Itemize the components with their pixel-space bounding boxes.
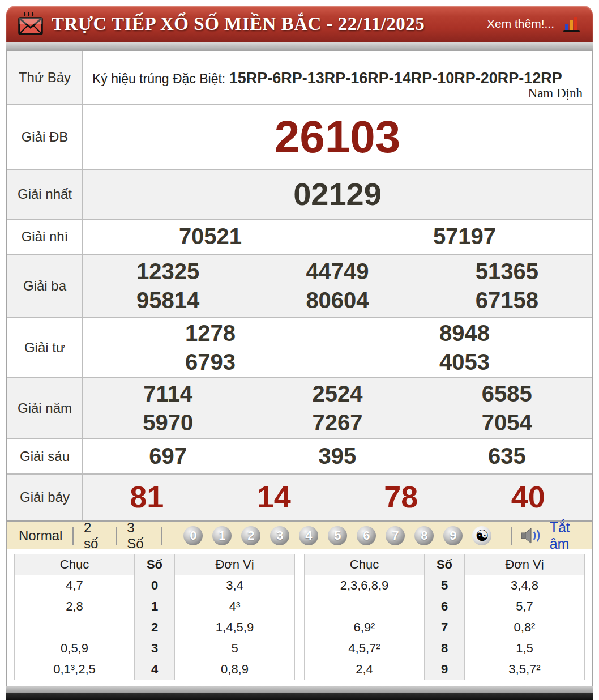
table-row: 0,1³,2,5 4 0,8,9 <box>15 659 295 680</box>
chuc-cell: 2,4 <box>305 659 425 680</box>
row-third-prize: Giải ba 12325 44749 51365 95814 80604 67… <box>7 254 592 317</box>
mode-2so-button[interactable]: 2 số <box>82 520 108 552</box>
row-special-prize: Giải ĐB 26103 <box>7 104 592 169</box>
prize-number: 40 <box>465 477 592 517</box>
province-label: Nam Định <box>528 86 583 101</box>
footer-bar <box>6 693 593 700</box>
prize-number: 6585 <box>422 379 592 408</box>
donvi-cell: 0,8,9 <box>175 659 295 680</box>
speaker-icon <box>520 527 544 544</box>
see-more-link[interactable]: Xem thêm!... <box>487 17 554 31</box>
so-cell: 1 <box>135 596 175 617</box>
separator <box>72 527 74 545</box>
prize-number: 70521 <box>83 222 337 251</box>
prize-number: 51365 <box>422 257 592 286</box>
ball-2[interactable]: 2 <box>241 526 260 545</box>
column-header-so: Số <box>135 554 175 575</box>
table-row: 6 5,7 <box>305 596 585 617</box>
ball-3[interactable]: 3 <box>270 526 289 545</box>
mode-normal-button[interactable]: Normal <box>16 528 65 544</box>
ball-4[interactable]: 4 <box>299 526 318 545</box>
prize-number: 8948 <box>337 319 592 348</box>
chuc-cell: 2,8 <box>15 596 135 617</box>
row-sixth-prize: Giải sáu 697 395 635 <box>7 438 592 473</box>
so-cell: 8 <box>425 638 465 659</box>
so-cell: 7 <box>425 617 465 638</box>
donvi-cell: 1,4,5,9 <box>175 617 295 638</box>
column-header-donvi: Đơn Vị <box>175 554 295 575</box>
so-cell: 3 <box>135 638 175 659</box>
mode-3so-button[interactable]: 3 Số <box>125 520 153 552</box>
column-header-so: Số <box>425 554 465 575</box>
row-fifth-prize: Giải năm 7114 2524 6585 5970 7267 7054 <box>7 377 592 438</box>
prize-number: 81 <box>83 477 211 517</box>
stats-table-left: Chục Số Đơn Vị 4,7 0 3,4 2,8 1 4³ 2 1,4,… <box>14 554 295 680</box>
prize-label: Giải ba <box>7 255 83 317</box>
table-row: 6,9² 7 0,8² <box>305 617 585 638</box>
chuc-cell <box>305 596 425 617</box>
lottery-widget: TRỰC TIẾP XỔ SỐ MIỀN BẮC - 22/11/2025 Xe… <box>6 6 593 700</box>
prize-number: 26103 <box>83 112 592 162</box>
table-row: 2,3,6,8,9 5 3,4,8 <box>305 575 585 596</box>
prize-number: 67158 <box>422 286 592 315</box>
table-row: 0,5,9 3 5 <box>15 638 295 659</box>
row-fourth-prize: Giải tư 1278 8948 6793 4053 <box>7 317 592 377</box>
footer-divider <box>6 686 593 693</box>
special-sign-code: 15RP-6RP-13RP-16RP-14RP-10RP-20RP-12RP <box>229 70 562 87</box>
prize-label: Giải nhất <box>7 170 83 219</box>
prize-number: 5970 <box>83 408 253 437</box>
donvi-cell: 3,4,8 <box>465 575 585 596</box>
column-header-donvi: Đơn Vị <box>465 554 585 575</box>
chuc-cell: 6,9² <box>305 617 425 638</box>
special-sign-text: Ký hiệu trúng Đặc Biệt: 15RP-6RP-13RP-16… <box>83 64 592 92</box>
digit-balls: 0 1 2 3 4 5 6 7 8 9 ☯ <box>179 526 497 545</box>
prize-label: Giải sáu <box>7 439 83 473</box>
envelope-icon <box>18 11 44 36</box>
chuc-cell: 0,5,9 <box>15 638 135 659</box>
prize-number: 57197 <box>337 222 592 251</box>
row-draw-info: Thứ Bảy Ký hiệu trúng Đặc Biệt: 15RP-6RP… <box>7 51 592 104</box>
separator <box>116 527 117 545</box>
ball-8[interactable]: 8 <box>414 526 434 545</box>
prize-label: Giải tư <box>7 318 83 377</box>
chuc-cell: 2,3,6,8,9 <box>305 575 425 596</box>
ball-1[interactable]: 1 <box>212 526 232 545</box>
prize-label: Giải ĐB <box>7 105 83 169</box>
ball-7[interactable]: 7 <box>386 526 405 545</box>
separator <box>161 527 162 545</box>
ball-6[interactable]: 6 <box>357 526 376 545</box>
weekday-label: Thứ Bảy <box>7 51 83 104</box>
chuc-cell: 0,1³,2,5 <box>15 659 135 680</box>
header-bar: TRỰC TIẾP XỔ SỐ MIỀN BẮC - 22/11/2025 Xe… <box>6 6 593 42</box>
prize-number: 1278 <box>83 319 337 348</box>
donvi-cell: 5,7 <box>465 596 585 617</box>
row-second-prize: Giải nhì 70521 57197 <box>7 219 592 254</box>
donvi-cell: 1,5 <box>465 638 585 659</box>
so-cell: 0 <box>135 575 175 596</box>
chuc-cell: 4,7 <box>15 575 135 596</box>
prize-number: 95814 <box>83 286 253 315</box>
donvi-cell: 0,8² <box>465 617 585 638</box>
prize-number: 7054 <box>422 408 592 437</box>
ball-9[interactable]: 9 <box>443 526 463 545</box>
prize-number: 2524 <box>253 379 422 408</box>
column-header-chuc: Chục <box>15 554 135 575</box>
ball-0[interactable]: 0 <box>183 526 203 545</box>
prize-number: 395 <box>253 442 422 471</box>
prize-number: 80604 <box>253 286 422 315</box>
column-header-chuc: Chục <box>305 554 425 575</box>
ball-5[interactable]: 5 <box>328 526 347 545</box>
prize-number: 7114 <box>83 379 253 408</box>
yin-yang-icon[interactable]: ☯ <box>472 526 491 545</box>
header-divider <box>6 42 593 51</box>
prize-number: 44749 <box>253 257 422 286</box>
donvi-cell: 3,4 <box>175 575 295 596</box>
mute-button[interactable]: Tắt âm <box>520 519 583 552</box>
page-title: TRỰC TIẾP XỔ SỐ MIỀN BẮC - 22/11/2025 <box>52 14 425 35</box>
results-table: Thứ Bảy Ký hiệu trúng Đặc Biệt: 15RP-6RP… <box>6 51 593 521</box>
prize-number: 7267 <box>253 408 422 437</box>
prize-number: 78 <box>337 477 465 517</box>
prize-number: 6793 <box>83 348 337 377</box>
row-first-prize: Giải nhất 02129 <box>7 169 592 219</box>
bar-chart-icon[interactable] <box>562 14 581 33</box>
